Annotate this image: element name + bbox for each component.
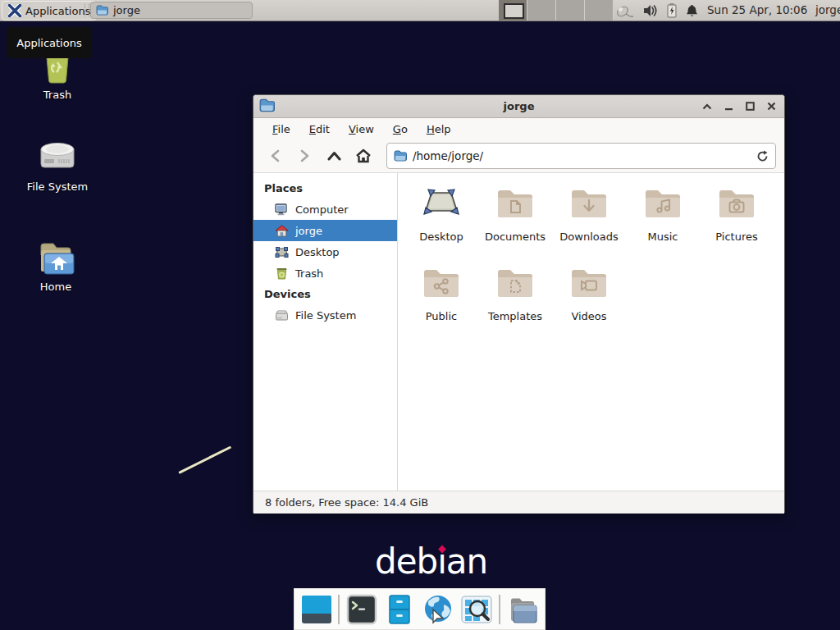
bell-icon[interactable] <box>685 3 699 18</box>
home-button[interactable] <box>350 144 377 167</box>
file-manager-icon <box>506 594 539 625</box>
workspace-pager <box>499 0 614 21</box>
maximize-button[interactable] <box>743 100 756 113</box>
file-item-public[interactable]: Public <box>404 260 478 340</box>
taskbar-window-label: jorge <box>113 4 140 16</box>
file-item-label: Desktop <box>419 231 463 243</box>
desktop-icon-home[interactable]: Home <box>16 240 95 293</box>
pictures-folder-icon <box>717 184 756 223</box>
back-button[interactable] <box>262 144 288 167</box>
applications-menu-button[interactable]: Applications <box>2 1 97 21</box>
menu-go[interactable]: Go <box>385 121 416 138</box>
dock-separator <box>338 595 340 624</box>
desktop-icon-file-system[interactable]: File System <box>18 139 97 193</box>
web-browser-launcher[interactable] <box>422 593 454 626</box>
menu-help[interactable]: Help <box>418 121 459 138</box>
home-folder-icon <box>36 240 75 277</box>
window-titlebar[interactable]: jorge <box>253 95 784 118</box>
reload-icon[interactable] <box>756 150 769 162</box>
computer-icon <box>275 203 289 216</box>
file-item-label: Public <box>426 310 457 322</box>
terminal-launcher[interactable] <box>345 593 377 626</box>
file-cabinet-launcher[interactable] <box>384 593 416 626</box>
volume-icon[interactable] <box>642 3 659 18</box>
desktop-pager-icon <box>301 595 332 624</box>
terminal-icon <box>346 594 377 625</box>
close-button[interactable] <box>765 100 778 113</box>
file-item-desktop[interactable]: Desktop <box>404 180 478 260</box>
sidebar-item-computer[interactable]: Computer <box>253 199 397 220</box>
file-item-label: Pictures <box>715 231 757 243</box>
workspace-window-preview <box>504 3 524 19</box>
sidebar-item-file-system[interactable]: File System <box>253 304 397 326</box>
battery-icon[interactable] <box>666 2 678 18</box>
path-bar[interactable]: /home/jorge/ <box>386 143 776 169</box>
file-item-templates[interactable]: Templates <box>478 260 552 340</box>
desktop-pager-launcher[interactable] <box>300 593 332 626</box>
path-input[interactable]: /home/jorge/ <box>413 149 751 162</box>
tooltip-text: Applications <box>16 37 81 49</box>
sidebar-item-trash[interactable]: Trash <box>253 262 397 284</box>
dock-separator <box>499 595 500 624</box>
files-area[interactable]: Desktop Documents Do <box>398 173 784 491</box>
file-item-pictures[interactable]: Pictures <box>700 180 774 260</box>
menu-bar: File Edit View Go Help <box>253 118 784 139</box>
applications-tooltip: Applications <box>7 27 92 58</box>
file-item-downloads[interactable]: Downloads <box>552 180 626 260</box>
trash-icon <box>275 267 289 280</box>
sidebar-item-label: jorge <box>295 225 322 237</box>
sidebar-item-label: Computer <box>295 203 349 216</box>
menu-file[interactable]: File <box>264 121 299 138</box>
workspace-3[interactable] <box>556 0 585 21</box>
debian-red-dot <box>438 546 446 554</box>
sidebar-header-devices: Devices <box>253 284 397 304</box>
file-item-music[interactable]: Music <box>626 180 700 260</box>
file-item-label: Music <box>648 231 678 243</box>
panel-clock[interactable]: Sun 25 Apr, 10:06 <box>707 0 807 21</box>
hard-drive-icon <box>275 309 289 322</box>
mouse-icon[interactable] <box>615 2 635 19</box>
file-cabinet-icon <box>385 594 414 625</box>
debian-logo: debıan <box>375 541 487 582</box>
sidebar: Places Computer jorge <box>253 173 398 491</box>
status-bar: 8 folders, Free space: 14.4 GiB <box>253 491 784 514</box>
sidebar-item-label: Trash <box>295 267 323 280</box>
up-button[interactable] <box>321 144 347 167</box>
forward-button[interactable] <box>291 144 317 167</box>
desktop-icon-label: File System <box>27 180 88 193</box>
music-folder-icon <box>643 184 682 223</box>
workspace-1[interactable] <box>499 0 527 21</box>
desktop-icon <box>275 246 289 258</box>
desktop-icon-label: Home <box>40 281 71 293</box>
file-item-label: Downloads <box>559 231 618 243</box>
minimize-button[interactable] <box>722 100 735 113</box>
public-folder-icon <box>422 263 461 303</box>
sidebar-item-jorge[interactable]: jorge <box>253 220 397 241</box>
app-finder-launcher[interactable] <box>460 593 493 626</box>
file-item-label: Templates <box>488 310 542 322</box>
top-panel: Applications jorge <box>0 0 840 21</box>
workspace-2[interactable] <box>527 0 556 21</box>
sidebar-item-label: Desktop <box>295 246 340 258</box>
xfce-logo-icon <box>8 4 21 17</box>
sidebar-item-desktop[interactable]: Desktop <box>253 241 397 262</box>
workspace-4[interactable] <box>585 0 614 21</box>
file-manager-window: jorge File Edit View Go Help <box>253 94 785 513</box>
panel-username[interactable]: jorge <box>815 0 840 21</box>
toolbar: /home/jorge/ <box>253 139 784 173</box>
shade-button[interactable] <box>701 100 714 113</box>
system-tray <box>615 0 699 21</box>
file-item-videos[interactable]: Videos <box>552 260 626 340</box>
menu-view[interactable]: View <box>340 121 382 138</box>
file-manager-launcher[interactable] <box>506 593 539 626</box>
file-item-label: Documents <box>485 231 546 243</box>
wallpaper-line <box>178 445 231 473</box>
file-item-documents[interactable]: Documents <box>478 180 552 260</box>
folder-icon <box>96 5 108 16</box>
applications-menu-label: Applications <box>25 5 90 17</box>
documents-folder-icon <box>495 184 535 223</box>
menu-edit[interactable]: Edit <box>301 121 338 138</box>
home-icon <box>275 225 289 237</box>
taskbar-window-button[interactable]: jorge <box>90 2 253 19</box>
templates-folder-icon <box>495 263 535 303</box>
